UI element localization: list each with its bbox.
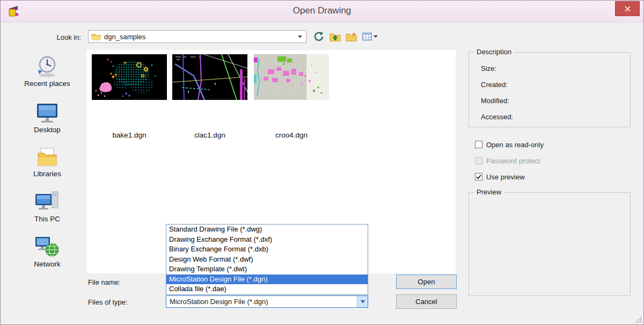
new-folder-button[interactable]: [345, 31, 357, 42]
checkbox-checked: [475, 173, 482, 180]
preview-groupbox: Preview: [469, 192, 631, 296]
dropdown-option[interactable]: Design Web Format (*.dwf): [166, 255, 368, 265]
sidebar-item-label: Network: [10, 260, 84, 268]
view-menu-button[interactable]: [361, 31, 378, 42]
preview-title: Preview: [474, 188, 504, 196]
look-in-value: dgn_samples: [104, 33, 145, 41]
sidebar-item-label: Recent places: [10, 80, 84, 88]
description-title: Description: [474, 48, 514, 56]
use-preview-checkbox[interactable]: Use preview: [475, 172, 525, 181]
file-name-label: File name:: [88, 278, 121, 286]
up-one-level-button[interactable]: [329, 31, 341, 42]
password-protect-checkbox[interactable]: Password protect: [475, 156, 540, 165]
cancel-button-label: Cancel: [415, 298, 437, 306]
size-label: Size:: [481, 64, 496, 73]
files-of-type-combo[interactable]: MicroStation Design File (*.dgn): [166, 295, 368, 308]
network-icon: [34, 235, 60, 258]
created-label: Created:: [481, 81, 508, 89]
dropdown-option[interactable]: Drawing Template (*.dwt): [166, 264, 368, 275]
checkbox-label: Use preview: [486, 173, 525, 181]
file-name: bake1.dgn: [89, 131, 170, 139]
sidebar-item-this-pc[interactable]: This PC: [10, 190, 84, 223]
close-icon: [625, 6, 631, 12]
window-title: Open Drawing: [1, 5, 643, 16]
sidebar-item-label: Libraries: [10, 170, 84, 178]
dropdown-option[interactable]: Standard Drawing File (*.dwg): [166, 225, 368, 235]
file-name: croo4.dgn: [251, 131, 332, 139]
open-button-label: Open: [418, 278, 435, 286]
dropdown-option-selected[interactable]: MicroStation Design File (*.dgn): [166, 275, 368, 285]
view-menu-icon: [362, 32, 372, 41]
toolbar-icons: [313, 31, 378, 42]
description-groupbox: Description Size: Created: Modified: Acc…: [469, 52, 631, 127]
close-button[interactable]: [615, 1, 640, 16]
file-type-dropdown-list: Standard Drawing File (*.dwg) Drawing Ex…: [166, 224, 368, 295]
look-in-label: Look in:: [32, 33, 81, 41]
file-item[interactable]: croo4.dgn: [251, 54, 332, 139]
file-item[interactable]: bake1.dgn: [89, 54, 170, 139]
sidebar-item-libraries[interactable]: Libraries: [10, 146, 84, 178]
sidebar-item-label: This PC: [10, 215, 84, 223]
dropdown-option[interactable]: Drawing Exchange Format (*.dxf): [166, 235, 368, 245]
places-sidebar: Recent places Desktop Libraries: [10, 50, 84, 308]
dropdown-option[interactable]: Collada file (*.dae): [166, 284, 368, 294]
up-one-level-icon: [330, 32, 341, 42]
file-thumbnail: [172, 54, 247, 100]
title-bar[interactable]: Open Drawing: [1, 1, 643, 23]
checkbox-disabled: [475, 157, 482, 164]
cancel-button[interactable]: Cancel: [396, 294, 457, 309]
new-folder-icon: [346, 32, 357, 42]
back-button[interactable]: [313, 31, 325, 42]
combo-arrow-button[interactable]: [357, 296, 368, 307]
checkbox-unchecked: [475, 141, 482, 148]
checkbox-label: Password protect: [486, 157, 540, 165]
files-of-type-value: MicroStation Design File (*.dgn): [166, 298, 357, 306]
folder-icon: [91, 33, 101, 40]
file-thumbnail: [254, 54, 329, 100]
sidebar-item-label: Desktop: [10, 126, 84, 134]
dropdown-option[interactable]: Binary Exchange Format (*.dxb): [166, 244, 368, 255]
files-of-type-label: Files of type:: [88, 298, 128, 306]
chevron-down-icon: [374, 35, 378, 38]
sidebar-item-desktop[interactable]: Desktop: [10, 102, 84, 134]
modified-label: Modified:: [481, 97, 509, 105]
open-button[interactable]: Open: [396, 275, 457, 289]
libraries-icon: [35, 146, 60, 168]
resize-grip[interactable]: [635, 316, 642, 323]
checkbox-label: Open as read-only: [486, 141, 544, 149]
chevron-down-icon: [361, 300, 365, 303]
sidebar-item-recent-places[interactable]: Recent places: [10, 53, 84, 88]
recent-places-icon: [34, 53, 60, 78]
check-icon: [475, 174, 482, 180]
this-pc-icon: [34, 190, 60, 213]
file-item[interactable]: clac1.dgn: [170, 54, 250, 139]
open-read-only-checkbox[interactable]: Open as read-only: [475, 140, 544, 149]
back-icon: [313, 31, 324, 42]
file-thumbnail: [92, 54, 167, 100]
open-drawing-dialog: Open Drawing Look in: dgn_samples: [0, 0, 644, 325]
desktop-icon: [35, 102, 60, 124]
chevron-down-icon: [298, 35, 302, 38]
look-in-combo[interactable]: dgn_samples: [88, 30, 306, 43]
file-name: clac1.dgn: [170, 131, 250, 139]
accessed-label: Accessed:: [481, 113, 513, 121]
sidebar-item-network[interactable]: Network: [10, 235, 84, 268]
